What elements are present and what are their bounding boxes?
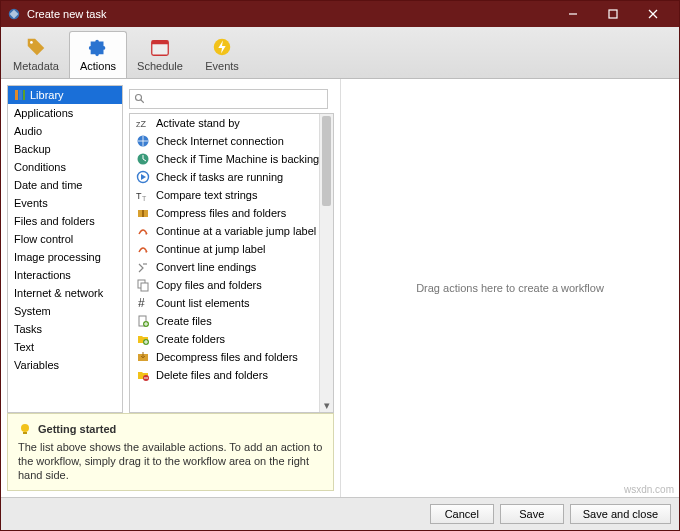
tab-actions[interactable]: Actions	[69, 31, 127, 78]
svg-text:zZ: zZ	[136, 119, 147, 129]
category-item[interactable]: Interactions	[8, 266, 122, 284]
svg-rect-31	[23, 432, 27, 434]
minimize-button[interactable]	[553, 1, 593, 27]
hash-icon: #	[136, 296, 150, 310]
action-item[interactable]: Check if tasks are running	[130, 168, 319, 186]
action-item[interactable]: TTCompare text strings	[130, 186, 319, 204]
save-button[interactable]: Save	[500, 504, 564, 524]
scroll-thumb[interactable]	[322, 116, 331, 206]
compare-text-icon: TT	[136, 188, 150, 202]
category-label: Conditions	[14, 160, 66, 174]
category-list[interactable]: Library Applications Audio Backup Condit…	[7, 85, 123, 413]
action-label: Check if Time Machine is backing up data	[156, 152, 333, 166]
svg-rect-21	[142, 210, 144, 217]
convert-lines-icon	[136, 260, 150, 274]
globe-icon	[136, 134, 150, 148]
action-item[interactable]: Check Internet connection	[130, 132, 319, 150]
timemachine-icon	[136, 152, 150, 166]
actions-list[interactable]: zZActivate stand by Check Internet conne…	[129, 113, 334, 413]
svg-text:T: T	[142, 195, 147, 202]
category-item[interactable]: Text	[8, 338, 122, 356]
category-item[interactable]: Events	[8, 194, 122, 212]
tab-metadata[interactable]: Metadata	[7, 31, 65, 78]
action-item[interactable]: Convert line endings	[130, 258, 319, 276]
action-item[interactable]: Continue at jump label	[130, 240, 319, 258]
tab-label: Events	[205, 60, 239, 72]
action-item[interactable]: Compress files and folders	[130, 204, 319, 222]
scroll-down-icon[interactable]: ▾	[320, 398, 333, 412]
svg-rect-2	[609, 10, 617, 18]
category-item[interactable]: Backup	[8, 140, 122, 158]
action-label: Compare text strings	[156, 188, 257, 202]
category-item[interactable]: Conditions	[8, 158, 122, 176]
category-item[interactable]: Variables	[8, 356, 122, 374]
action-item[interactable]: Continue at a variable jump label	[130, 222, 319, 240]
action-item[interactable]: Create files	[130, 312, 319, 330]
save-and-close-button[interactable]: Save and close	[570, 504, 671, 524]
action-item[interactable]: Copy files and folders	[130, 276, 319, 294]
category-label: System	[14, 304, 51, 318]
app-icon	[7, 7, 21, 21]
main-area: Library Applications Audio Backup Condit…	[1, 79, 679, 497]
tag-icon	[25, 36, 47, 58]
search-box[interactable]	[129, 89, 328, 109]
category-item[interactable]: Tasks	[8, 320, 122, 338]
action-label: Compress files and folders	[156, 206, 286, 220]
category-item[interactable]: Applications	[8, 104, 122, 122]
category-item[interactable]: Image processing	[8, 248, 122, 266]
decompress-icon	[136, 350, 150, 364]
tab-schedule[interactable]: Schedule	[131, 31, 189, 78]
svg-text:#: #	[138, 296, 145, 310]
footer: Cancel Save Save and close	[1, 497, 679, 530]
left-column: Library Applications Audio Backup Condit…	[1, 79, 341, 497]
svg-rect-23	[141, 283, 148, 291]
svg-line-13	[141, 100, 144, 103]
action-item[interactable]: Decompress files and folders	[130, 348, 319, 366]
action-item[interactable]: Create folders	[130, 330, 319, 348]
workflow-area[interactable]: Drag actions here to create a workflow	[341, 79, 679, 497]
action-item[interactable]: #Count list elements	[130, 294, 319, 312]
category-item-library[interactable]: Library	[8, 86, 122, 104]
search-icon	[134, 93, 146, 105]
action-item[interactable]: Delete files and folders	[130, 366, 319, 384]
category-label: Date and time	[14, 178, 82, 192]
category-item[interactable]: System	[8, 302, 122, 320]
cancel-button[interactable]: Cancel	[430, 504, 494, 524]
standby-icon: zZ	[136, 116, 150, 130]
category-item[interactable]: Internet & network	[8, 284, 122, 302]
category-label: Internet & network	[14, 286, 103, 300]
category-item[interactable]: Audio	[8, 122, 122, 140]
svg-rect-7	[152, 41, 169, 45]
copy-icon	[136, 278, 150, 292]
svg-point-12	[136, 95, 142, 101]
svg-rect-11	[23, 90, 25, 100]
close-button[interactable]	[633, 1, 673, 27]
category-item[interactable]: Files and folders	[8, 212, 122, 230]
category-label: Interactions	[14, 268, 71, 282]
hint-box: Getting started The list above shows the…	[7, 413, 334, 491]
actions-scrollbar[interactable]: ▴ ▾	[319, 114, 333, 412]
search-row	[129, 85, 334, 113]
action-label: Check if tasks are running	[156, 170, 283, 184]
action-label: Convert line endings	[156, 260, 256, 274]
bolt-icon	[211, 36, 233, 58]
category-label: Events	[14, 196, 48, 210]
category-label: Image processing	[14, 250, 101, 264]
action-label: Count list elements	[156, 296, 250, 310]
action-item[interactable]: zZActivate stand by	[130, 114, 319, 132]
action-label: Continue at jump label	[156, 242, 265, 256]
tab-label: Metadata	[13, 60, 59, 72]
action-label: Create files	[156, 314, 212, 328]
category-label: Flow control	[14, 232, 73, 246]
category-label: Text	[14, 340, 34, 354]
action-label: Copy files and folders	[156, 278, 262, 292]
category-item[interactable]: Date and time	[8, 176, 122, 194]
maximize-button[interactable]	[593, 1, 633, 27]
action-item[interactable]: Check if Time Machine is backing up data	[130, 150, 319, 168]
create-folder-icon	[136, 332, 150, 346]
search-input[interactable]	[130, 90, 327, 108]
tab-events[interactable]: Events	[193, 31, 251, 78]
action-label: Create folders	[156, 332, 225, 346]
category-item[interactable]: Flow control	[8, 230, 122, 248]
category-label: Files and folders	[14, 214, 95, 228]
